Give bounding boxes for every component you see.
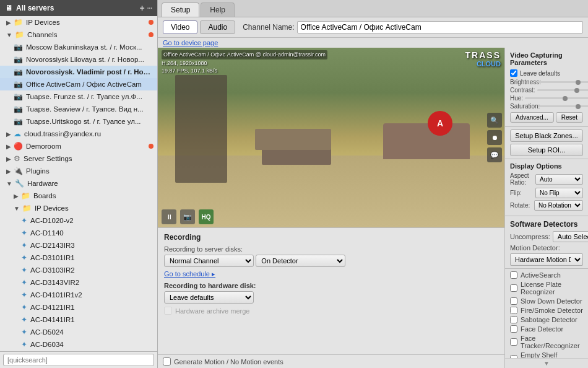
sidebar-item-label: AC-D1140 xyxy=(30,229,64,237)
hardware-archive-merge-checkbox[interactable] xyxy=(164,307,172,315)
snapshot-button[interactable]: 📷 xyxy=(180,209,195,224)
chat-button[interactable]: 💬 xyxy=(487,147,502,162)
motion-detector-select[interactable]: Hardware Motion Detector xyxy=(510,253,583,266)
arrow-icon: ▶ xyxy=(6,168,11,175)
rotate-select[interactable]: No Rotation xyxy=(534,200,583,211)
setup-roi-button[interactable]: Setup ROI... xyxy=(510,144,583,156)
flip-select[interactable]: No Flip xyxy=(535,188,583,198)
on-detector-select[interactable]: On Detector xyxy=(256,255,345,267)
leave-defaults-checkbox[interactable] xyxy=(510,69,517,77)
sidebar-item-channels[interactable]: ▼ 📁 Channels xyxy=(0,28,157,41)
sidebar-item-boards[interactable]: ▶ 📁 Boards xyxy=(0,190,157,202)
reset-button[interactable]: Reset xyxy=(556,112,583,123)
subtab-audio[interactable]: Audio xyxy=(200,20,235,34)
sidebar-item-cam-tuapse-frunze[interactable]: 📷 Tuapse. Frunze st. / г. Туапсе ул.Ф... xyxy=(0,90,157,103)
detector-checkbox[interactable] xyxy=(510,338,517,346)
camera-icon: 📷 xyxy=(14,105,23,113)
hardware-disk-label: Recording to hardware disk: xyxy=(164,282,498,289)
sidebar-item-ac-d4121[interactable]: ✦ AC-D4121IR1 xyxy=(0,301,157,313)
hw-cam-icon: ✦ xyxy=(21,241,27,250)
sidebar-item-cam-tuapse-sea[interactable]: 📷 Tuapse. Seaview / г. Туапсе. Вид н... xyxy=(0,103,157,115)
sidebar-item-cam-novo-lil[interactable]: 📷 Novorossiysk Lilovaya st. / г. Новор..… xyxy=(0,53,157,66)
sidebar-item-cloud[interactable]: ▶ ☁ cloud.trassir@yandex.ru xyxy=(0,128,157,140)
sidebar-item-ac-d3101ir1[interactable]: ✦ AC-D3101IR1 xyxy=(0,252,157,264)
sidebar-item-label: Tuapse.Uritskogo st. / г. Туапсе ул... xyxy=(26,118,141,125)
sidebar-item-ac-d3143[interactable]: ✦ AC-D3143VIR2 xyxy=(0,276,157,289)
normal-channel-select[interactable]: Normal Channel xyxy=(164,255,254,267)
detector-checkbox[interactable] xyxy=(510,307,517,314)
go-to-schedule-button[interactable]: Go to schedule ▸ xyxy=(164,270,215,278)
setup-panel: Video Audio Channel Name: Go to device p… xyxy=(158,17,588,368)
aspect-ratio-select[interactable]: Auto xyxy=(535,174,583,185)
room-counter xyxy=(383,123,470,159)
video-logo: TRASS CLOUD xyxy=(465,50,501,68)
hw-cam-icon: ✦ xyxy=(21,328,27,336)
sidebar-item-label: AC-D2143IR3 xyxy=(30,242,75,249)
sidebar-item-cam-office[interactable]: 📷 Office ActiveCam / Офис ActiveCam xyxy=(0,78,157,90)
pause-button[interactable]: ⏸ xyxy=(162,209,176,224)
saturation-slider[interactable] xyxy=(538,105,588,107)
gear-icon: ⚙ xyxy=(14,154,20,163)
advanced-button[interactable]: Advanced... xyxy=(510,112,554,123)
sidebar-item-ip-devices[interactable]: ▼ 📁 IP Devices xyxy=(0,202,157,214)
detector-checkbox[interactable] xyxy=(510,325,517,333)
content-area: A Office ActiveCam / Офис ActiveCam @ cl… xyxy=(158,48,588,368)
sidebar-item-plugins[interactable]: ▶ 🔌 Plugins xyxy=(0,165,157,177)
detectors-title: Software Detectors xyxy=(510,220,583,229)
detector-checkbox[interactable] xyxy=(510,271,517,279)
gen-motion-checkbox[interactable] xyxy=(163,357,171,366)
uncompress-row: Uncompress: Auto Select xyxy=(510,231,583,242)
brightness-slider[interactable] xyxy=(538,81,588,83)
detector-checkbox[interactable] xyxy=(510,316,517,323)
sidebar-tree: ▶ 📁 IP Devices ▼ 📁 Channels 📷 Moscow Bak… xyxy=(0,16,157,351)
sidebar-item-demoroom[interactable]: ▶ 🔴 Demoroom xyxy=(0,140,157,152)
server-icon: 🖥 xyxy=(5,4,12,12)
folder-icon: 📁 xyxy=(22,204,32,212)
sidebar-item-ac-d6034[interactable]: ✦ AC-D6034 xyxy=(0,338,157,351)
sidebar-item-ip-devices-top[interactable]: ▶ 📁 IP Devices xyxy=(0,16,157,28)
detector-checkbox[interactable] xyxy=(510,297,517,305)
sidebar-item-cam-novo-vlad[interactable]: 📷 Novorossiysk. Vladimir post / г. Нов..… xyxy=(0,66,157,78)
sidebar-item-label: AC-D3101IR1 xyxy=(30,254,75,261)
video-info-line2: H.264, 1920x1080 xyxy=(162,59,327,68)
record-button[interactable]: ⏺ xyxy=(487,130,502,145)
sidebar-item-ac-d4101[interactable]: ✦ AC-D4101IR1v2 xyxy=(0,289,157,301)
video-controls: ⏸ 📷 HQ xyxy=(158,206,217,227)
sidebar-item-hardware[interactable]: ▼ 🔧 Hardware xyxy=(0,177,157,190)
sidebar-search-area xyxy=(0,351,157,368)
sidebar-item-ac-d5024[interactable]: ✦ AC-D5024 xyxy=(0,326,157,338)
hw-cam-icon: ✦ xyxy=(21,340,27,349)
setup-black-zones-button[interactable]: Setup Black Zones... xyxy=(510,129,583,142)
goto-device-link[interactable]: Go to device page xyxy=(158,38,588,48)
tab-setup[interactable]: Setup xyxy=(162,2,199,17)
sidebar-item-ac-d1140[interactable]: ✦ AC-D1140 xyxy=(0,227,157,239)
sidebar-header: 🖥 All servers + ... xyxy=(0,0,157,16)
detector-checkbox[interactable] xyxy=(510,284,517,292)
sidebar-item-cam-moscow[interactable]: 📷 Moscow Bakuninskaya st. / г. Моск... xyxy=(0,41,157,53)
contrast-slider[interactable] xyxy=(537,89,588,91)
sidebar-item-ac-d1020[interactable]: ✦ AC-D1020-v2 xyxy=(0,214,157,227)
hue-slider[interactable] xyxy=(525,97,588,99)
sidebar-item-ac-d2143[interactable]: ✦ AC-D2143IR3 xyxy=(0,239,157,252)
video-player[interactable]: A Office ActiveCam / Офис ActiveCam @ cl… xyxy=(158,48,504,227)
sidebar-item-ac-d4141[interactable]: ✦ AC-D4141IR1 xyxy=(0,313,157,326)
sidebar-item-server-settings[interactable]: ▶ ⚙ Server Settings xyxy=(0,152,157,165)
uncompress-select[interactable]: Auto Select xyxy=(553,231,588,242)
channel-name-input[interactable] xyxy=(297,21,583,33)
arrow-icon: ▶ xyxy=(6,156,11,162)
tab-help[interactable]: Help xyxy=(201,2,235,17)
menu-icon[interactable]: ... xyxy=(147,3,152,13)
sidebar-item-ac-d3103[interactable]: ✦ AC-D3103IR2 xyxy=(0,264,157,276)
tab-bar: Setup Help xyxy=(158,0,588,17)
add-icon[interactable]: + xyxy=(139,3,144,13)
zoom-in-button[interactable]: 🔍 xyxy=(487,113,502,128)
hq-button[interactable]: HQ xyxy=(199,209,214,224)
sidebar-item-cam-tuapse-urit[interactable]: 📷 Tuapse.Uritskogo st. / г. Туапсе ул... xyxy=(0,115,157,128)
display-options-title: Display Options xyxy=(510,162,583,170)
detector-fire-smoke: Fire/Smoke Detector xyxy=(510,307,583,314)
search-input[interactable] xyxy=(3,354,154,366)
video-params-section: Video Capturing Parameters Leave default… xyxy=(505,48,588,127)
hardware-disk-select[interactable]: Leave defaults xyxy=(164,291,254,304)
camera-icon: 📷 xyxy=(14,55,23,64)
subtab-video[interactable]: Video xyxy=(163,20,197,34)
